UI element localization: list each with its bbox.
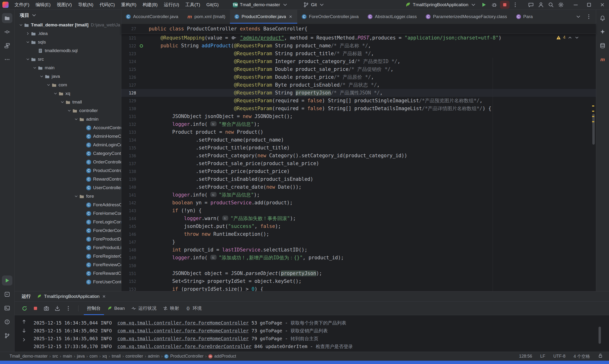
tab-close-icon[interactable] xyxy=(289,14,293,19)
menu-item-7[interactable]: 运行(U) xyxy=(161,0,182,10)
console-logger-link[interactable]: com.xq.tmall.controller.fore.ForeHomeCon… xyxy=(117,320,249,326)
tree-chevron[interactable] xyxy=(66,108,72,113)
code-line-137[interactable]: 137 .setProduct_sale_price(product_sale_… xyxy=(121,160,596,168)
status-LF[interactable]: LF xyxy=(540,354,545,359)
chevron-down-button[interactable] xyxy=(573,13,583,21)
code-line-149[interactable]: 149 logger.info( s:"添加成功！,新增产品的ID值为：{}",… xyxy=(121,254,596,262)
editor-tab-AbstractLogger.class[interactable]: CAbstractLogger.class xyxy=(363,10,421,24)
code-line-135[interactable]: 135 .setProduct_title(product_title) xyxy=(121,144,596,152)
editor-tab-pom.xml (tmall)[interactable]: mpom.xml (tmall) xyxy=(183,10,230,24)
view-tab-映射[interactable]: 映射 xyxy=(160,302,182,315)
status-lock[interactable] xyxy=(598,353,603,359)
breadcrumb-tmall[interactable]: tmall xyxy=(112,354,121,359)
tool-stripe-structure[interactable] xyxy=(2,41,12,51)
warning-stripe-mark[interactable] xyxy=(592,111,594,112)
code-line-144[interactable]: 144 logger.warn( s:"产品添加失败！事务回滚"); xyxy=(121,215,596,222)
tree-row-ForeRegisterController[interactable]: CForeRegisterController xyxy=(14,252,121,260)
code-line-152[interactable]: 152 Set<String> propertyIdSet = object.k… xyxy=(121,277,596,285)
kebab-button[interactable] xyxy=(64,304,73,312)
editor-tab-ProductController.java[interactable]: CProductController.java xyxy=(230,10,297,24)
code-line-136[interactable]: 136 .setProduct_category(new Category().… xyxy=(121,152,596,160)
chevron-right-button[interactable] xyxy=(20,337,28,343)
search-button[interactable] xyxy=(546,1,556,9)
tree-row-ForeReviewController[interactable]: CForeReviewController xyxy=(14,260,121,269)
tree-row-ForeHomeController[interactable]: CForeHomeController xyxy=(14,209,121,218)
tree-row-com[interactable]: com xyxy=(14,81,121,89)
kebab-button[interactable] xyxy=(584,13,594,21)
tree-row-sqls[interactable]: sqls xyxy=(14,38,121,46)
view-tab-Bean[interactable]: Bean xyxy=(104,302,128,315)
run-config-widget[interactable]: TmallSpringBootApplication xyxy=(402,1,479,9)
code-line-140[interactable]: 140 .setProduct_create_date(new Date()); xyxy=(121,183,596,191)
breadcrumb-xq[interactable]: xq xyxy=(102,354,107,359)
tree-row-Tmall_demo-master [tmall][interactable]: Tmall_demo-master [tmall]D:\java_web\Ja xyxy=(14,21,121,29)
code-line-147[interactable]: 147 } xyxy=(121,238,596,246)
editor-scrollbar[interactable] xyxy=(592,114,595,145)
breadcrumb-src[interactable]: src xyxy=(52,354,58,359)
menu-item-3[interactable]: 导航(N) xyxy=(75,0,96,10)
tree-row-AdminHomeController[interactable]: CAdminHomeController xyxy=(14,132,121,141)
inspections-widget[interactable]: 4 xyxy=(556,35,579,40)
breadcrumb-com[interactable]: com xyxy=(90,354,98,359)
tree-row-ForeLoginController[interactable]: CForeLoginController xyxy=(14,218,121,226)
menu-item-4[interactable]: 代码(C) xyxy=(96,0,118,10)
tree-row-ForeProductListController[interactable]: CForeProductListController xyxy=(14,243,121,252)
code-line-127[interactable]: 127 @RequestParam Byte product_isEnabled… xyxy=(121,81,596,89)
tree-chevron[interactable] xyxy=(32,66,38,70)
arrow-down-button[interactable] xyxy=(20,328,28,334)
tree-row-ForeAddressController[interactable]: CForeAddressController xyxy=(14,201,121,209)
tree-chevron[interactable] xyxy=(59,100,66,104)
console-scrollbar[interactable] xyxy=(598,327,601,344)
breadcrumb-Tmall_demo-master[interactable]: Tmall_demo-master xyxy=(10,354,48,359)
code-line-132[interactable]: 132 logger.info( s:"整合产品信息"); xyxy=(121,120,596,128)
tree-row-UserController[interactable]: CUserController xyxy=(14,183,121,192)
console-logger-link[interactable]: com.xq.tmall.controller.fore.ForeOrderCo… xyxy=(117,344,252,349)
tool-stripe-run[interactable] xyxy=(2,275,12,286)
code-line-153[interactable]: 153 if (propertyIdSet.size() > 0) { xyxy=(121,285,596,291)
console-output[interactable]: 2025-12-15 16:34:35,044 INFO com.xq.tmal… xyxy=(34,315,609,352)
breadcrumb-java[interactable]: java xyxy=(77,354,85,359)
tree-chevron[interactable] xyxy=(52,91,59,96)
code-line-148[interactable]: 148 int product_id = lastIDService.selec… xyxy=(121,246,596,254)
tree-row-tmalldemodb.sql[interactable]: tmalldemodb.sql xyxy=(14,46,121,55)
tree-row-ForeUserController[interactable]: CForeUserController xyxy=(14,278,121,286)
tool-stripe-ai-assistant[interactable] xyxy=(597,27,608,37)
settings-button[interactable] xyxy=(556,1,566,9)
minimize-button[interactable] xyxy=(569,0,582,10)
tree-row-xq[interactable]: xq xyxy=(14,89,121,98)
tool-stripe-commit[interactable] xyxy=(2,27,12,37)
tree-row-admin[interactable]: admin xyxy=(14,115,121,123)
tree-row-CategoryController[interactable]: CCategoryController xyxy=(14,149,121,158)
more-button[interactable] xyxy=(510,1,520,9)
tree-chevron[interactable] xyxy=(45,83,52,87)
status-128:56[interactable]: 128:56 xyxy=(519,354,532,359)
menu-item-1[interactable]: 编辑(E) xyxy=(32,0,53,10)
tool-stripe-terminal[interactable] xyxy=(2,303,12,313)
menu-item-2[interactable]: 视图(V) xyxy=(54,0,75,10)
code-line-133[interactable]: 133 Product product = new Product() xyxy=(121,128,596,136)
tree-row-ForeOrderController[interactable]: CForeOrderController xyxy=(14,226,121,235)
warning-stripe-mark[interactable] xyxy=(592,105,594,107)
tool-stripe-problems[interactable] xyxy=(2,317,12,327)
tree-chevron[interactable] xyxy=(73,117,79,121)
code-line-128[interactable]: 128 @RequestParam String propertyJson/* … xyxy=(121,89,596,97)
code-line-125[interactable]: 125 @RequestParam Double product_sale_pr… xyxy=(121,65,596,73)
stop-button[interactable] xyxy=(31,304,40,312)
tree-chevron[interactable] xyxy=(18,23,24,27)
tree-row-ForeProductDetailsController[interactable]: CForeProductDetailsController xyxy=(14,235,121,243)
code-line-122[interactable]: 122 public String addProduct(@RequestPar… xyxy=(121,42,596,50)
tree-row-OrderController[interactable]: COrderController xyxy=(14,158,121,166)
code-line-126[interactable]: 126 @RequestParam Double product_price/*… xyxy=(121,73,596,81)
tree-row-fore[interactable]: fore xyxy=(14,192,121,201)
tree-row-tmall[interactable]: tmall xyxy=(14,98,121,106)
project-widget[interactable]: TM Tmall_demo-master xyxy=(230,1,291,9)
tree-row-RewardController[interactable]: CRewardController xyxy=(14,175,121,183)
menu-item-5[interactable]: 重构(R) xyxy=(118,0,139,10)
tool-stripe-maven[interactable]: m xyxy=(597,54,608,65)
tree-chevron[interactable] xyxy=(73,194,79,198)
editor-tab-AccountController.java[interactable]: CAccountController.java xyxy=(121,10,183,24)
debug-button[interactable] xyxy=(490,1,499,9)
tool-stripe-database[interactable] xyxy=(597,41,608,51)
tab-close-icon[interactable] xyxy=(102,294,106,299)
code-line-142[interactable]: 142 boolean yn = productService.add(prod… xyxy=(121,199,596,207)
